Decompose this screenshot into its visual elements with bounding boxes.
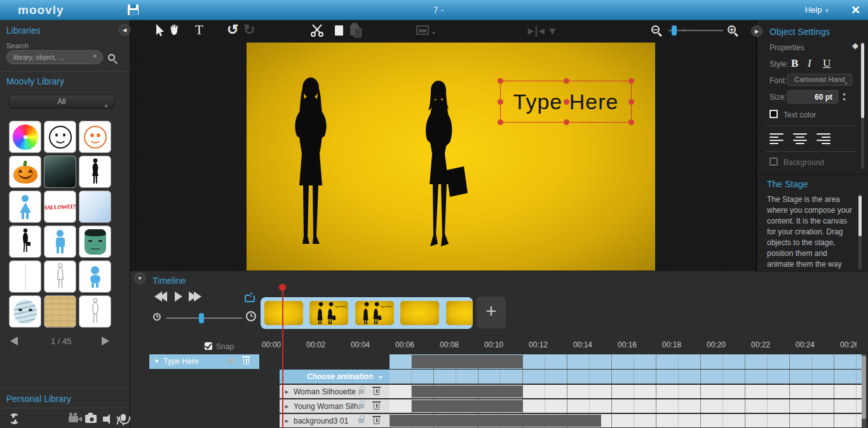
library-filter-dropdown[interactable]: All▼: [9, 95, 114, 109]
copy-icon[interactable]: [335, 25, 343, 36]
lock-icon[interactable]: [358, 418, 364, 423]
library-item-woman-silhouette-bag[interactable]: [9, 225, 41, 258]
library-item-blank[interactable]: [9, 260, 41, 293]
clip-bar-background3[interactable]: [390, 415, 601, 427]
track-label-background3[interactable]: ► background3 01: [280, 414, 390, 427]
rewind-button[interactable]: [154, 291, 167, 304]
library-item-color-wheel[interactable]: [9, 121, 41, 153]
scene-thumbnail-5[interactable]: [446, 301, 473, 325]
photo-camera-icon[interactable]: [85, 415, 97, 423]
pin-icon[interactable]: ◆: [852, 41, 858, 50]
resize-handle[interactable]: [498, 78, 503, 84]
woman-silhouette-briefcase[interactable]: [410, 77, 471, 262]
library-item-man-pictogram[interactable]: [44, 225, 76, 258]
clip-bar-woman-silhouette[interactable]: [412, 385, 523, 398]
center-handle[interactable]: [564, 99, 569, 105]
animation-lane-type-here[interactable]: [390, 370, 862, 384]
resize-handle[interactable]: [498, 119, 503, 125]
library-item-pumpkin[interactable]: [9, 156, 41, 188]
playhead-line[interactable]: [282, 285, 283, 428]
timeline-zoom-slider[interactable]: [166, 318, 242, 319]
align-right-button[interactable]: [815, 133, 831, 144]
library-item-woman-sketch[interactable]: [44, 260, 76, 293]
play-button[interactable]: [175, 291, 182, 304]
library-item-smiley-black[interactable]: [44, 121, 76, 153]
zoom-slider-handle[interactable]: [672, 25, 677, 36]
zoom-in-icon[interactable]: +: [728, 25, 736, 34]
sync-icon[interactable]: [9, 413, 20, 424]
resize-handle[interactable]: [628, 119, 634, 125]
help-scrollbar[interactable]: [858, 194, 862, 269]
align-center-button[interactable]: [792, 133, 808, 144]
collapse-libraries-button[interactable]: ◀: [119, 24, 130, 36]
close-icon[interactable]: ✕: [851, 3, 860, 17]
select-tool-button[interactable]: [156, 24, 165, 36]
library-item-woman-silhouette[interactable]: [79, 156, 111, 188]
trash-icon[interactable]: [374, 418, 379, 424]
library-item-parchment[interactable]: [44, 295, 76, 328]
expand-track-icon[interactable]: ►: [284, 418, 290, 424]
previous-page-arrow[interactable]: [10, 337, 18, 345]
scene-thumbnail-1[interactable]: [264, 301, 303, 325]
next-page-arrow[interactable]: [102, 337, 109, 345]
woman-silhouette-long-hair[interactable]: [281, 76, 340, 257]
size-field[interactable]: 60 pt: [787, 90, 838, 104]
track-lane-background3[interactable]: [390, 414, 862, 427]
text-tool-button[interactable]: T: [195, 22, 203, 38]
paste-icon[interactable]: [350, 25, 359, 36]
library-item-woman-pictogram[interactable]: [9, 191, 41, 223]
expand-track-icon[interactable]: ►: [284, 389, 290, 395]
lock-icon[interactable]: [228, 359, 234, 363]
trash-icon[interactable]: [243, 358, 249, 364]
help-menu[interactable]: Help ▼: [805, 5, 830, 15]
search-input[interactable]: library, object, ...: [6, 50, 103, 64]
library-item-mummy[interactable]: [9, 295, 41, 328]
library-item-woman-sketch-2[interactable]: [79, 295, 111, 328]
expand-track-icon[interactable]: ►: [284, 403, 290, 410]
library-item-blue-gradient[interactable]: [79, 191, 111, 223]
loop-icon[interactable]: [245, 295, 255, 302]
collapse-settings-button[interactable]: ▶: [751, 25, 763, 37]
timeline-scrollbar[interactable]: [862, 354, 866, 428]
clip-bar-type-here[interactable]: [412, 355, 523, 368]
library-item-dark-gradient[interactable]: [44, 156, 76, 188]
trash-icon[interactable]: [374, 403, 379, 410]
resize-handle[interactable]: [564, 78, 569, 84]
bold-button[interactable]: B: [791, 57, 798, 70]
time-ruler[interactable]: 00:0000:0200:0400:0600:0800:1000:1200:14…: [259, 338, 857, 354]
track-lane-young-woman[interactable]: [390, 399, 862, 413]
background-checkbox[interactable]: [770, 157, 778, 166]
timeline-zoom-handle[interactable]: [199, 313, 204, 323]
panel-scrollbar[interactable]: [861, 42, 864, 169]
save-icon[interactable]: [128, 4, 139, 15]
resize-handle[interactable]: [498, 99, 503, 105]
microphone-icon[interactable]: [121, 414, 126, 421]
pan-tool-button[interactable]: [168, 24, 180, 36]
stage[interactable]: Type Here: [247, 43, 655, 271]
size-stepper[interactable]: ▲▼: [842, 91, 846, 102]
undo-icon[interactable]: ↺: [227, 22, 238, 38]
video-camera-icon[interactable]: [69, 416, 78, 422]
speaker-icon[interactable]: [103, 417, 107, 422]
snap-checkbox[interactable]: [205, 342, 212, 350]
clear-search-icon[interactable]: ×: [93, 52, 97, 60]
scene-thumbnail-3[interactable]: Type Here: [355, 301, 394, 325]
track-lane-woman-silhouette[interactable]: [390, 385, 862, 398]
resize-handle[interactable]: [564, 119, 569, 125]
resize-handle[interactable]: [628, 78, 634, 84]
text-object-selection[interactable]: Type Here: [500, 81, 632, 123]
resize-handle[interactable]: [628, 99, 634, 105]
collapse-timeline-button[interactable]: ▼: [134, 272, 146, 284]
redo-icon[interactable]: ↻: [243, 22, 255, 38]
underline-button[interactable]: U: [823, 57, 831, 70]
lock-icon[interactable]: [358, 389, 364, 394]
align-left-button[interactable]: [770, 133, 785, 144]
library-item-smiley-orange[interactable]: [79, 121, 111, 153]
text-color-checkbox[interactable]: [770, 110, 778, 118]
italic-button[interactable]: I: [808, 57, 811, 70]
zoom-out-icon[interactable]: −: [651, 25, 660, 34]
scene-thumbnail-4[interactable]: [400, 301, 439, 325]
track-label-woman-silhouette[interactable]: ► Woman Silhouette ...: [280, 385, 390, 398]
fast-forward-button[interactable]: [189, 291, 201, 304]
search-icon[interactable]: [108, 52, 115, 64]
